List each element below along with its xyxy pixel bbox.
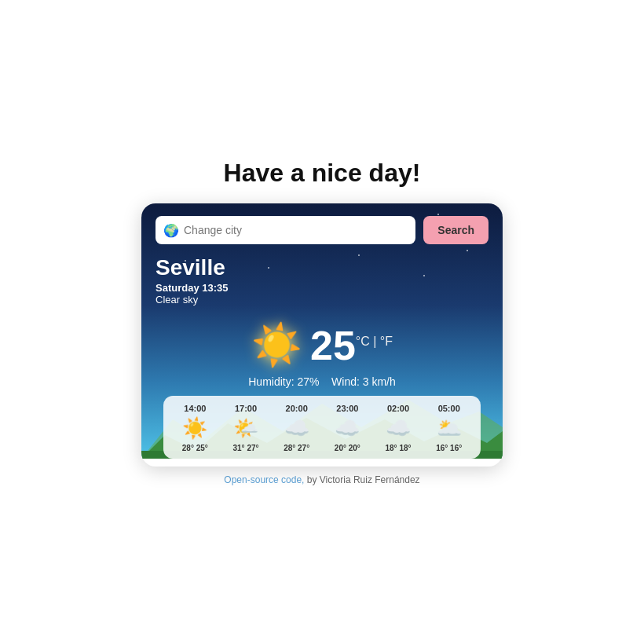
hour-time: 20:00 xyxy=(286,404,308,413)
search-button[interactable]: Search xyxy=(423,216,488,244)
city-input-wrapper: 🌍 xyxy=(156,216,415,244)
temperature-display: 25°C | °F xyxy=(310,325,393,366)
footer: Open-source code, by Victoria Ruiz Ferná… xyxy=(224,474,419,485)
city-input[interactable] xyxy=(184,224,408,236)
hour-icon: 🌤️ xyxy=(233,416,258,441)
temperature-value: 25 xyxy=(310,323,356,368)
hour-time: 05:00 xyxy=(438,404,460,413)
humidity-label: Humidity: 27% xyxy=(248,375,319,388)
hour-item: 14:00 ☀️ 28° 25° xyxy=(170,404,221,452)
hour-time: 23:00 xyxy=(336,404,358,413)
sun-icon: ☀️ xyxy=(251,321,302,369)
hour-icon: ☁️ xyxy=(386,416,411,441)
humidity-wind: Humidity: 27% Wind: 3 km/h xyxy=(248,375,396,388)
city-name: Seville xyxy=(156,255,488,280)
wind-label: Wind: 3 km/h xyxy=(331,375,396,388)
hour-temps: 18° 18° xyxy=(386,444,412,452)
hour-time: 14:00 xyxy=(184,404,206,413)
city-date: Saturday 13:35 xyxy=(156,282,488,294)
hour-icon: ☁️ xyxy=(284,416,309,441)
hour-item: 02:00 ☁️ 18° 18° xyxy=(373,404,424,452)
hourly-box: 14:00 ☀️ 28° 25° 17:00 🌤️ 31° 27° 20:00 … xyxy=(163,396,481,459)
hour-temps: 16° 16° xyxy=(436,444,462,452)
hour-time: 02:00 xyxy=(387,404,409,413)
main-weather: ☀️ 25°C | °F Humidity: 27% Wind: 3 km/h xyxy=(156,313,488,396)
hour-temps: 20° 20° xyxy=(335,444,360,452)
page-title: Have a nice day! xyxy=(224,159,421,188)
footer-link[interactable]: Open-source code, xyxy=(224,474,304,485)
hourly-section: 14:00 ☀️ 28° 25° 17:00 🌤️ 31° 27° 20:00 … xyxy=(163,396,481,459)
hour-item: 23:00 ☁️ 20° 20° xyxy=(322,404,373,452)
hour-time: 17:00 xyxy=(235,404,257,413)
weather-card: 🌍 Search Seville Saturday 13:35 Clear sk… xyxy=(141,203,503,467)
hour-icon: 🌥️ xyxy=(437,416,462,441)
card-top: 🌍 Search Seville Saturday 13:35 Clear sk… xyxy=(141,203,503,459)
temp-units: °C | °F xyxy=(356,334,393,347)
hour-item: 17:00 🌤️ 31° 27° xyxy=(221,404,272,452)
hour-icon: ☁️ xyxy=(335,416,360,441)
hour-item: 20:00 ☁️ 28° 27° xyxy=(271,404,322,452)
hour-temps: 28° 27° xyxy=(284,444,309,452)
sun-temp-row: ☀️ 25°C | °F xyxy=(251,321,393,369)
hour-temps: 28° 25° xyxy=(182,444,208,452)
hour-temps: 31° 27° xyxy=(232,444,258,452)
globe-icon: 🌍 xyxy=(163,223,179,238)
hour-icon: ☀️ xyxy=(182,416,207,441)
hour-item: 05:00 🌥️ 16° 16° xyxy=(423,404,474,452)
city-info: Seville Saturday 13:35 Clear sky xyxy=(156,255,488,306)
search-bar: 🌍 Search xyxy=(156,216,488,244)
footer-author: by Victoria Ruiz Fernández xyxy=(307,474,420,485)
city-condition: Clear sky xyxy=(156,294,488,306)
